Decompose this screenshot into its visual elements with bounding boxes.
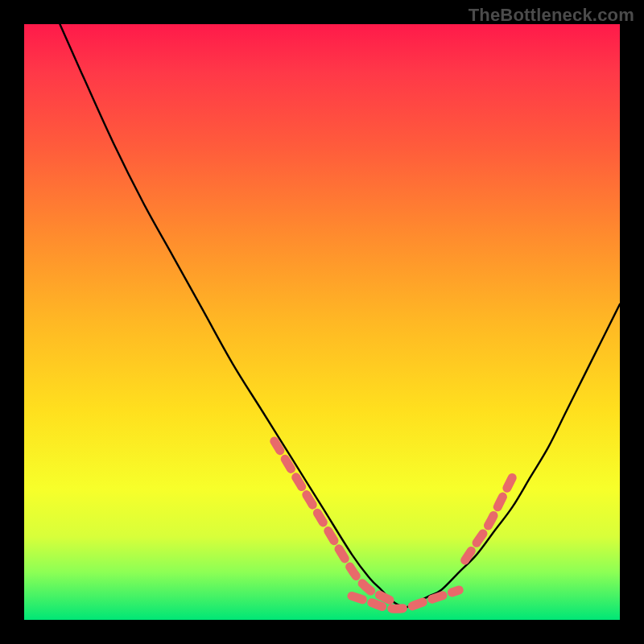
watermark-text: TheBottleneck.com	[469, 5, 634, 26]
plot-area	[24, 24, 620, 620]
chart-frame: TheBottleneck.com	[0, 0, 644, 644]
chart-svg	[24, 24, 620, 620]
